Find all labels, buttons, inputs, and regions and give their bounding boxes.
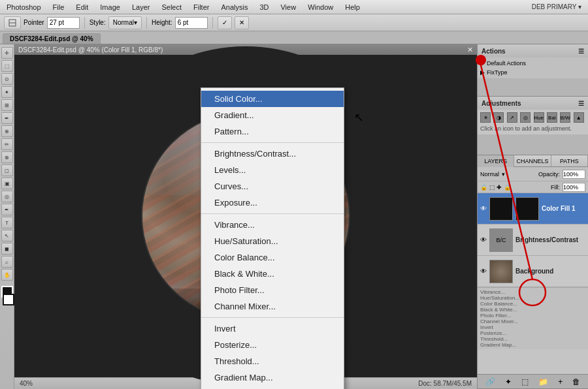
- adj-icon-3[interactable]: ↗: [507, 112, 517, 123]
- text-tool[interactable]: T: [1, 217, 13, 228]
- default-actions-item[interactable]: Default Actions: [487, 60, 526, 67]
- new-group-btn[interactable]: 📁: [538, 377, 548, 386]
- tab-bar: DSCF3284-Edit.psd @ 40%: [0, 31, 588, 44]
- document-tab[interactable]: DSCF3284-Edit.psd @ 40%: [3, 33, 101, 44]
- workspace-selector[interactable]: DEB PRIMARY ▾: [529, 2, 584, 12]
- menu-photoshop[interactable]: Photoshop: [4, 2, 44, 12]
- marquee-tool[interactable]: ⬚: [1, 60, 13, 72]
- eyedropper-tool[interactable]: ✒: [1, 112, 13, 124]
- opacity-input[interactable]: [563, 170, 585, 179]
- menu-item-hue-saturation[interactable]: Hue/Saturation...: [201, 233, 344, 249]
- dodge-tool[interactable]: ◎: [1, 191, 13, 202]
- menu-item-color-balance[interactable]: Color Balance...: [201, 249, 344, 266]
- layers-mode-arrow[interactable]: ▾: [502, 171, 505, 178]
- hand-tool[interactable]: ✋: [1, 269, 13, 281]
- link-layers-btn[interactable]: 🔗: [485, 377, 495, 386]
- tool-options[interactable]: [4, 16, 21, 29]
- add-style-btn[interactable]: ✦: [505, 377, 512, 386]
- move-tool[interactable]: ✛: [1, 47, 13, 59]
- magic-wand-tool[interactable]: ✦: [1, 86, 13, 98]
- menu-item-channel-mixer[interactable]: Channel Mixer...: [201, 298, 344, 315]
- menu-item-exposure[interactable]: Exposure...: [201, 194, 344, 211]
- menu-image[interactable]: Image: [97, 2, 123, 12]
- style-dropdown[interactable]: Normal ▾: [108, 16, 142, 29]
- adj-icon-2[interactable]: ◑: [493, 112, 504, 123]
- adj-icon-6[interactable]: Bal: [547, 112, 557, 123]
- eye-icon-2[interactable]: 👁: [480, 236, 487, 243]
- eraser-tool[interactable]: ◻: [1, 164, 13, 176]
- menu-select[interactable]: Select: [159, 2, 184, 12]
- pointer-label: Pointer: [24, 19, 44, 26]
- background-color[interactable]: [3, 294, 14, 305]
- height-label: Height:: [152, 19, 172, 26]
- menu-item-levels[interactable]: Levels...: [201, 162, 344, 178]
- menu-item-threshold[interactable]: Threshold...: [201, 353, 344, 369]
- bg-thumb: [489, 260, 513, 283]
- menu-file[interactable]: File: [50, 2, 67, 12]
- layer-row-background[interactable]: 👁 Background: [478, 256, 588, 287]
- menu-help[interactable]: Help: [342, 2, 363, 12]
- tab-channels[interactable]: CHANNELS: [514, 155, 551, 167]
- lock-icons: 🔒 ⬚ ✚ 🔒: [480, 184, 511, 191]
- eye-icon-1[interactable]: 👁: [480, 205, 487, 212]
- layer-row-adjustment[interactable]: 👁 B/C Brightness/Contrast: [478, 225, 588, 256]
- actions-header[interactable]: Actions ☰: [478, 44, 588, 57]
- fixtype-actions-item[interactable]: FixType: [487, 69, 508, 76]
- pointer-input[interactable]: [47, 17, 80, 29]
- menu-edit[interactable]: Edit: [73, 2, 91, 12]
- check-mark[interactable]: ✓: [218, 16, 232, 29]
- shape-tool[interactable]: ◼: [1, 243, 13, 255]
- add-mask-btn[interactable]: ⬚: [521, 377, 529, 386]
- pen-tool[interactable]: ✒: [1, 204, 13, 215]
- tab-paths[interactable]: PATHS: [551, 155, 588, 167]
- adj-icon-1[interactable]: ☀: [480, 112, 491, 123]
- adj-thumb: B/C: [489, 228, 513, 252]
- dropdown-menu[interactable]: Solid Color... Gradient... Pattern... Br…: [201, 87, 344, 389]
- zoom-tool[interactable]: ⌕: [1, 256, 13, 268]
- actions-menu-icon[interactable]: ☰: [578, 48, 584, 55]
- actions-panel-section: Actions ☰ ▶ Default Actions ▶ FixType: [478, 44, 588, 97]
- separator-1: [201, 142, 344, 143]
- layer-row-color-fill[interactable]: 👁 Color Fill 1: [478, 193, 588, 225]
- brush-tool[interactable]: ✏: [1, 138, 13, 150]
- tab-layers[interactable]: LAYERS: [478, 155, 514, 167]
- eye-icon-3[interactable]: 👁: [480, 268, 487, 275]
- crop-tool[interactable]: ⊞: [1, 99, 13, 111]
- menu-view[interactable]: View: [278, 2, 299, 12]
- menu-item-photo-filter[interactable]: Photo Filter...: [201, 282, 344, 298]
- adj-icon-7[interactable]: B/W: [560, 112, 570, 123]
- menu-filter[interactable]: Filter: [191, 2, 212, 12]
- adj-menu-icon[interactable]: ☰: [578, 100, 584, 107]
- fill-input[interactable]: [563, 183, 585, 192]
- menu-item-solid-color[interactable]: Solid Color...: [201, 91, 344, 107]
- healing-tool[interactable]: ⊕: [1, 125, 13, 137]
- menu-3d[interactable]: 3D: [257, 2, 271, 12]
- cancel-mark[interactable]: ✕: [235, 16, 249, 29]
- menu-item-vibrance[interactable]: Vibrance...: [201, 217, 344, 233]
- menu-item-black-white[interactable]: Black & White...: [201, 266, 344, 282]
- height-input[interactable]: [175, 17, 208, 29]
- menu-item-posterize[interactable]: Posterize...: [201, 337, 344, 353]
- menu-item-selective-color[interactable]: Selective Color...: [201, 386, 344, 389]
- path-select-tool[interactable]: ↖: [1, 230, 13, 241]
- menu-item-curves[interactable]: Curves...: [201, 178, 344, 194]
- layers-panel: LAYERS CHANNELS PATHS Normal ▾ Opacity: …: [478, 155, 588, 389]
- menu-window[interactable]: Window: [305, 2, 336, 12]
- menu-item-pattern[interactable]: Pattern...: [201, 123, 344, 140]
- menu-item-invert[interactable]: Invert: [201, 320, 344, 337]
- menu-item-brightness-contrast[interactable]: Brightness/Contrast...: [201, 146, 344, 162]
- adj-icon-8[interactable]: ▲: [574, 112, 584, 123]
- menu-layer[interactable]: Layer: [129, 2, 153, 12]
- new-layer-btn[interactable]: +: [558, 377, 563, 386]
- clone-tool[interactable]: ⊗: [1, 151, 13, 163]
- canvas-close-btn[interactable]: ✕: [467, 46, 473, 54]
- adjustments-header[interactable]: Adjustments ☰: [478, 97, 588, 110]
- menu-item-gradient[interactable]: Gradient...: [201, 107, 344, 123]
- adj-icon-5[interactable]: Hue: [534, 112, 544, 123]
- menu-analysis[interactable]: Analysis: [218, 2, 250, 12]
- lasso-tool[interactable]: ⊙: [1, 73, 13, 85]
- gradient-tool[interactable]: ▣: [1, 178, 13, 189]
- adj-icon-4[interactable]: ◎: [520, 112, 531, 123]
- menu-item-gradient-map[interactable]: Gradient Map...: [201, 369, 344, 386]
- delete-layer-btn[interactable]: 🗑: [572, 377, 580, 386]
